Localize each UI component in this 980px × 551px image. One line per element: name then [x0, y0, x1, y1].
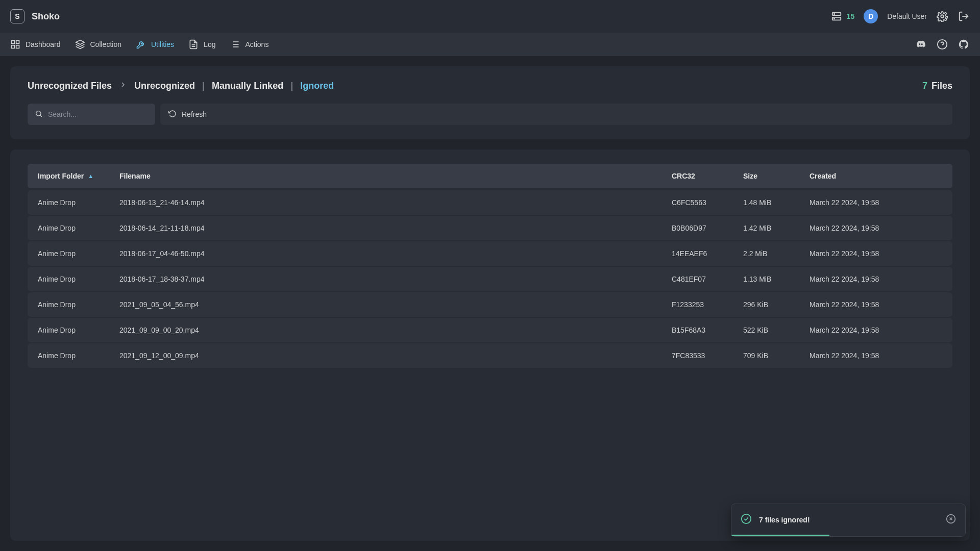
nav-actions[interactable]: Actions [230, 39, 268, 49]
discord-icon[interactable] [915, 38, 927, 51]
svg-rect-8 [16, 45, 19, 48]
table-row[interactable]: Anime Drop2018-06-17_18-38-37.mp4C481EF0… [28, 267, 952, 291]
cell-folder: Anime Drop [38, 224, 119, 232]
refresh-icon [168, 110, 177, 119]
svg-point-2 [834, 14, 834, 14]
cell-size: 709 KiB [743, 352, 810, 360]
sort-asc-icon: ▲ [88, 173, 93, 179]
chevron-right-icon [119, 81, 127, 91]
refresh-label: Refresh [182, 110, 207, 118]
svg-line-22 [40, 115, 42, 117]
main-nav: Dashboard Collection Utilities Log Actio… [0, 33, 980, 56]
svg-point-21 [36, 111, 41, 115]
nav-label: Log [204, 40, 215, 48]
cell-filename: 2018-06-17_18-38-37.mp4 [119, 275, 672, 283]
cell-created: March 22 2024, 19:58 [810, 224, 942, 232]
cell-created: March 22 2024, 19:58 [810, 326, 942, 334]
cell-size: 1.13 MiB [743, 275, 810, 283]
subtab-manually-linked[interactable]: Manually Linked [212, 81, 283, 91]
table-row[interactable]: Anime Drop2021_09_05_04_56.mp4F123325329… [28, 292, 952, 317]
github-icon[interactable] [958, 38, 970, 51]
cell-crc32: B15F68A3 [672, 326, 743, 334]
cell-crc32: B0B06D97 [672, 224, 743, 232]
user-avatar[interactable]: D [864, 9, 878, 23]
svg-point-3 [834, 18, 834, 19]
toast-notification: 7 files ignored! [731, 504, 966, 537]
files-count-number: 7 [922, 81, 927, 91]
cell-created: March 22 2024, 19:58 [810, 300, 942, 309]
cell-filename: 2021_09_09_00_20.mp4 [119, 326, 672, 334]
table-row[interactable]: Anime Drop2018-06-17_04-46-50.mp414EEAEF… [28, 241, 952, 266]
col-import-folder[interactable]: Import Folder ▲ [38, 172, 119, 180]
server-icon [830, 10, 843, 22]
cell-filename: 2021_09_12_00_09.mp4 [119, 352, 672, 360]
cell-size: 522 KiB [743, 326, 810, 334]
search-input[interactable] [48, 110, 148, 118]
toast-close-button[interactable] [946, 514, 956, 525]
nav-label: Collection [90, 40, 121, 48]
cell-filename: 2018-06-13_21-46-14.mp4 [119, 198, 672, 207]
nav-collection[interactable]: Collection [75, 39, 121, 49]
cell-created: March 22 2024, 19:58 [810, 249, 942, 258]
col-crc32[interactable]: CRC32 [672, 172, 743, 180]
col-created[interactable]: Created [810, 172, 942, 180]
cell-crc32: 14EEAEF6 [672, 249, 743, 258]
logout-button[interactable] [958, 10, 970, 22]
page-title: Unrecognized Files [28, 81, 112, 91]
cell-folder: Anime Drop [38, 249, 119, 258]
svg-marker-10 [76, 40, 84, 44]
cell-filename: 2021_09_05_04_56.mp4 [119, 300, 672, 309]
app-logo[interactable]: S [10, 9, 24, 23]
cell-created: March 22 2024, 19:58 [810, 275, 942, 283]
check-circle-icon [741, 513, 752, 526]
cell-crc32: C481EF07 [672, 275, 743, 283]
nav-label: Utilities [151, 40, 174, 48]
divider: | [290, 81, 293, 91]
cell-folder: Anime Drop [38, 275, 119, 283]
table-row[interactable]: Anime Drop2018-06-14_21-11-18.mp4B0B06D9… [28, 216, 952, 240]
table-header: Import Folder ▲ Filename CRC32 Size Crea… [28, 164, 952, 188]
svg-point-23 [742, 514, 751, 523]
nav-log[interactable]: Log [188, 39, 215, 49]
cell-filename: 2018-06-17_04-46-50.mp4 [119, 249, 672, 258]
refresh-button[interactable]: Refresh [160, 104, 952, 125]
user-name: Default User [887, 12, 927, 20]
cell-folder: Anime Drop [38, 300, 119, 309]
subtab-ignored[interactable]: Ignored [300, 81, 334, 91]
cell-size: 296 KiB [743, 300, 810, 309]
header-panel: Unrecognized Files Unrecognized | Manual… [10, 66, 970, 139]
table-row[interactable]: Anime Drop2021_09_12_00_09.mp47FC8353370… [28, 343, 952, 368]
cell-folder: Anime Drop [38, 198, 119, 207]
table-row[interactable]: Anime Drop2021_09_09_00_20.mp4B15F68A352… [28, 318, 952, 342]
svg-rect-7 [16, 41, 19, 44]
help-icon[interactable] [936, 38, 948, 51]
queue-status[interactable]: 15 [830, 10, 855, 22]
nav-label: Dashboard [26, 40, 61, 48]
svg-rect-6 [12, 41, 15, 44]
cell-size: 2.2 MiB [743, 249, 810, 258]
table-row[interactable]: Anime Drop2018-06-13_21-46-14.mp4C6FC556… [28, 190, 952, 215]
col-size[interactable]: Size [743, 172, 810, 180]
files-table: Import Folder ▲ Filename CRC32 Size Crea… [10, 149, 970, 541]
cell-created: March 22 2024, 19:58 [810, 352, 942, 360]
cell-filename: 2018-06-14_21-11-18.mp4 [119, 224, 672, 232]
toast-message: 7 files ignored! [759, 516, 939, 524]
nav-utilities[interactable]: Utilities [136, 39, 174, 49]
col-filename[interactable]: Filename [119, 172, 672, 180]
queue-count: 15 [847, 12, 855, 20]
cell-crc32: 7FC83533 [672, 352, 743, 360]
cell-folder: Anime Drop [38, 352, 119, 360]
topbar: S Shoko 15 D Default User [0, 0, 980, 33]
search-icon [35, 110, 43, 119]
search-box[interactable] [28, 104, 155, 125]
cell-size: 1.48 MiB [743, 198, 810, 207]
toast-progress [731, 535, 829, 536]
svg-point-4 [941, 15, 944, 18]
cell-size: 1.42 MiB [743, 224, 810, 232]
cell-folder: Anime Drop [38, 326, 119, 334]
cell-crc32: F1233253 [672, 300, 743, 309]
nav-dashboard[interactable]: Dashboard [10, 39, 61, 49]
subtab-unrecognized[interactable]: Unrecognized [134, 81, 195, 91]
settings-button[interactable] [936, 10, 948, 22]
nav-label: Actions [245, 40, 268, 48]
